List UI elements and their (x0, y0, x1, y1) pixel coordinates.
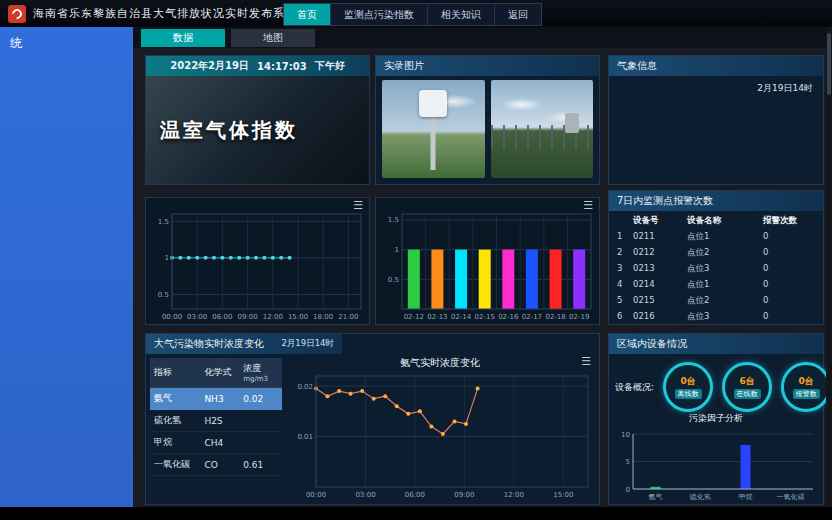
pollutant-row-h2s[interactable]: 硫化氢H2S (150, 410, 282, 432)
svg-text:03:00: 03:00 (187, 313, 207, 321)
svg-text:02-14: 02-14 (451, 313, 472, 321)
svg-text:10: 10 (621, 431, 630, 439)
tab-bar: 数据 地图 (133, 27, 832, 48)
pollutant-row-nh3[interactable]: 氨气NH30.02 (150, 388, 282, 410)
svg-text:一氧化碳: 一氧化碳 (777, 493, 805, 501)
sidebar: 统 (0, 27, 133, 507)
carousel-slide[interactable]: 温室气体指数 (146, 76, 369, 184)
svg-text:0.5: 0.5 (388, 276, 399, 284)
photos-title: 实录图片 (384, 59, 424, 73)
weather-datetime: 2月19日14时 (757, 82, 813, 95)
svg-text:1.5: 1.5 (158, 218, 169, 226)
alarm-panel-header: 7日内监测点报警次数 (609, 191, 823, 211)
nav-knowledge[interactable]: 相关知识 (428, 4, 495, 25)
table-row[interactable]: 20212点位20 (613, 245, 819, 261)
devices-title: 区域内设备情况 (617, 337, 687, 351)
svg-text:甲烷: 甲烷 (739, 493, 753, 501)
app-title: 海南省乐东黎族自治县大气排放状况实时发布系 (33, 6, 285, 21)
nh3-line-chart: 0.010.0200:0003:0006:0009:0012:0015:00 (286, 370, 594, 500)
svg-text:02-15: 02-15 (475, 313, 495, 321)
svg-text:0.5: 0.5 (158, 291, 169, 299)
svg-text:0.01: 0.01 (297, 433, 313, 441)
main-nav: 首页 监测点污染指数 相关知识 返回 (283, 3, 542, 26)
online-count-badge: 6台 在线数 (722, 362, 772, 412)
slide-title: 温室气体指数 (146, 117, 298, 144)
pollutant-row-co[interactable]: 一氧化碳CO0.61 (150, 454, 282, 476)
svg-text:21:00: 21:00 (338, 313, 358, 321)
pollutant-panel-header: 大气污染物实时浓度变化 2月19日14时 (146, 334, 342, 354)
station-pole (431, 115, 436, 170)
footer-bar (0, 507, 832, 520)
table-row[interactable]: 30213点位30 (613, 261, 819, 277)
pollutant-datetime: 2月19日14时 (281, 338, 334, 350)
svg-text:12:00: 12:00 (263, 313, 283, 321)
greenhouse-chart-panel: ☰ 0.511.500:0003:0006:0009:0012:0015:001… (145, 197, 370, 325)
overview-panel: 2022年2月19日 14:17:03 下午好 温室气体指数 (145, 55, 370, 185)
table-row[interactable]: 10211点位10 (613, 229, 819, 245)
col-device-name: 设备名称 (687, 215, 763, 227)
pollutant-title: 大气污染物实时浓度变化 (154, 337, 264, 351)
col-indicator: 指标 (154, 366, 204, 379)
svg-text:0: 0 (626, 486, 630, 494)
svg-text:06:00: 06:00 (212, 313, 232, 321)
pollutant-row-ch4[interactable]: 甲烷CH4 (150, 432, 282, 454)
svg-text:1: 1 (395, 246, 399, 254)
site-photo-field (491, 80, 594, 178)
table-row[interactable]: 50215点位20 (613, 293, 819, 309)
svg-text:00:00: 00:00 (162, 313, 182, 321)
datetime-bar: 2022年2月19日 14:17:03 下午好 (146, 56, 369, 76)
svg-text:0.02: 0.02 (297, 383, 313, 391)
svg-text:02-19: 02-19 (569, 313, 589, 321)
daily-bar-chart: 0.511.502-1202-1302-1402-1502-1602-1702-… (378, 208, 597, 322)
app-logo-icon (8, 5, 26, 23)
alarm-table: 设备号 设备名称 报警次数 10211点位10 20212点位20 30213点… (613, 213, 819, 322)
current-time: 14:17:03 (257, 61, 307, 72)
svg-text:1.5: 1.5 (388, 216, 399, 224)
svg-text:5: 5 (626, 458, 630, 466)
scrollbar-thumb[interactable] (827, 33, 831, 95)
pollutant-table-header: 指标 化学式 浓度mg/m3 (150, 358, 282, 388)
svg-text:06:00: 06:00 (405, 491, 425, 499)
col-alarm-count: 报警次数 (763, 215, 815, 227)
svg-text:02-13: 02-13 (427, 313, 447, 321)
field-equipment (565, 113, 579, 133)
nav-back[interactable]: 返回 (495, 4, 541, 25)
station-device (419, 90, 447, 117)
nav-monitor-index[interactable]: 监测点污染指数 (331, 4, 428, 25)
col-device-id: 设备号 (633, 215, 687, 227)
scrollbar[interactable] (826, 27, 832, 507)
current-date: 2022年2月19日 (170, 59, 249, 73)
svg-text:02-18: 02-18 (545, 313, 565, 321)
photos-panel-header: 实录图片 (376, 56, 599, 76)
greeting-text: 下午好 (315, 59, 345, 73)
daily-bar-chart-panel: ☰ 0.511.502-1202-1302-1402-1502-1602-170… (375, 197, 600, 325)
table-row[interactable]: 40214点位10 (613, 277, 819, 293)
svg-text:00:00: 00:00 (306, 491, 326, 499)
svg-text:09:00: 09:00 (454, 491, 474, 499)
nav-home[interactable]: 首页 (284, 4, 331, 25)
tab-map[interactable]: 地图 (231, 29, 315, 47)
weather-panel-header: 气象信息 (609, 56, 823, 76)
table-row[interactable]: 60216点位30 (613, 309, 819, 325)
nh3-chart-title: 氨气实时浓度变化 (286, 356, 594, 370)
photos-panel: 实录图片 (375, 55, 600, 185)
svg-text:02-17: 02-17 (522, 313, 542, 321)
tab-data[interactable]: 数据 (141, 29, 225, 47)
site-photo-station (382, 80, 485, 178)
svg-text:12:00: 12:00 (504, 491, 524, 499)
svg-text:硫化氢: 硫化氢 (689, 493, 711, 501)
pollutant-panel: 大气污染物实时浓度变化 2月19日14时 指标 化学式 浓度mg/m3 氨气NH… (145, 333, 600, 505)
alarm-count-badge: 0台 报警数 (781, 362, 831, 412)
photo-row (382, 80, 593, 178)
factor-chart-title: 污染因子分析 (609, 412, 823, 425)
devices-panel: 区域内设备情况 设备概况: 0台 离线数 6台 在线数 0台 报警数 污染因子分… (608, 333, 824, 505)
svg-text:15:00: 15:00 (553, 491, 573, 499)
pollutant-table: 指标 化学式 浓度mg/m3 氨气NH30.02 硫化氢H2S 甲烷CH4 一氧… (150, 358, 282, 476)
svg-text:氨气: 氨气 (649, 493, 663, 501)
chart-menu-icon[interactable]: ☰ (581, 356, 591, 367)
factor-bar-chart: 0510氨气硫化氢甲烷一氧化碳 (613, 428, 819, 502)
alarm-table-header: 设备号 设备名称 报警次数 (613, 213, 819, 229)
device-overview-label: 设备概况: (615, 381, 654, 394)
svg-text:18:00: 18:00 (313, 313, 333, 321)
col-concentration: 浓度mg/m3 (243, 362, 278, 383)
